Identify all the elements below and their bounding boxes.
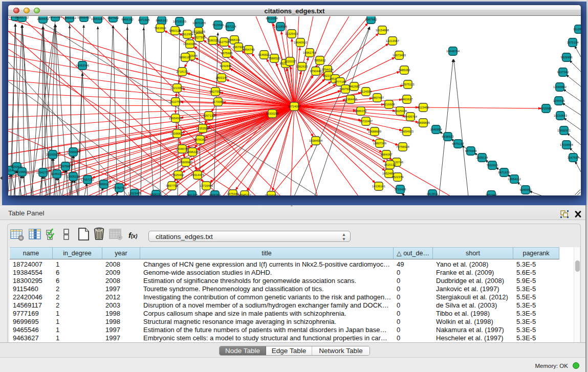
svg-text:9790443: 9790443 — [310, 70, 322, 73]
svg-text:1575104: 1575104 — [567, 41, 579, 44]
svg-text:18724007: 18724007 — [288, 105, 301, 108]
svg-text:19654923: 19654923 — [400, 130, 414, 133]
svg-text:8938923: 8938923 — [442, 135, 454, 138]
svg-text:1475447: 1475447 — [227, 192, 239, 195]
svg-text:1167534: 1167534 — [568, 156, 579, 159]
svg-text:10973493: 10973493 — [393, 54, 406, 57]
svg-text:23224222: 23224222 — [265, 194, 278, 195]
svg-text:12923468: 12923468 — [128, 192, 142, 195]
svg-text:16648784: 16648784 — [446, 50, 460, 53]
svg-text:15720407: 15720407 — [359, 120, 373, 123]
svg-text:2803144: 2803144 — [216, 76, 228, 79]
svg-text:1170064: 1170064 — [212, 100, 224, 103]
svg-text:9794024: 9794024 — [322, 68, 334, 71]
svg-text:7462662: 7462662 — [349, 85, 360, 88]
svg-text:7515546: 7515546 — [212, 24, 225, 27]
svg-text:9245652: 9245652 — [520, 188, 532, 191]
svg-text:14136141: 14136141 — [372, 185, 385, 188]
svg-text:70756928: 70756928 — [396, 145, 410, 148]
svg-text:6466160: 6466160 — [156, 19, 168, 22]
svg-text:14495764: 14495764 — [404, 115, 418, 118]
svg-text:7632621: 7632621 — [487, 164, 498, 167]
svg-text:16961758: 16961758 — [303, 51, 317, 54]
svg-text:7485063: 7485063 — [399, 69, 411, 72]
svg-text:10210643: 10210643 — [554, 114, 568, 117]
svg-text:9896161: 9896161 — [180, 56, 191, 59]
svg-text:18807249: 18807249 — [373, 142, 386, 145]
svg-text:1527602: 1527602 — [107, 16, 119, 19]
svg-text:1461325: 1461325 — [186, 193, 199, 195]
svg-text:16909949: 16909949 — [179, 161, 192, 164]
svg-text:19384554: 19384554 — [309, 139, 323, 142]
svg-text:16782759: 16782759 — [113, 186, 126, 189]
svg-text:20200526: 20200526 — [46, 153, 60, 156]
svg-text:3186323: 3186323 — [207, 39, 220, 42]
svg-text:10645212: 10645212 — [238, 193, 251, 195]
svg-text:8813054: 8813054 — [266, 17, 278, 20]
svg-text:8215958: 8215958 — [540, 107, 553, 110]
svg-text:21364436: 21364436 — [344, 98, 358, 101]
svg-text:1413611: 1413611 — [427, 192, 439, 195]
svg-text:17957252: 17957252 — [81, 178, 94, 181]
svg-text:10653287: 10653287 — [91, 17, 104, 20]
svg-text:13716485: 13716485 — [200, 184, 213, 187]
svg-text:9227342: 9227342 — [557, 71, 569, 74]
svg-text:2935114: 2935114 — [476, 156, 488, 159]
svg-text:1610757: 1610757 — [170, 100, 182, 103]
svg-text:9606363: 9606363 — [209, 193, 222, 195]
svg-text:3875685: 3875685 — [221, 52, 233, 55]
svg-text:1640954: 1640954 — [430, 128, 443, 131]
svg-text:2452442: 2452442 — [486, 193, 497, 195]
svg-text:12156829: 12156829 — [15, 170, 29, 173]
svg-text:10807487: 10807487 — [371, 96, 384, 99]
svg-text:9984067: 9984067 — [381, 153, 393, 156]
svg-text:5878342: 5878342 — [194, 138, 206, 141]
svg-text:3124554: 3124554 — [360, 90, 373, 93]
svg-text:7625402: 7625402 — [172, 173, 184, 177]
svg-text:19166825: 19166825 — [170, 132, 184, 135]
svg-text:6879197: 6879197 — [452, 142, 464, 145]
svg-text:12213967: 12213967 — [386, 39, 399, 42]
svg-text:9860124: 9860124 — [169, 29, 182, 32]
svg-text:4498222: 4498222 — [187, 150, 199, 154]
svg-text:9327503: 9327503 — [194, 36, 206, 39]
svg-text:1733426: 1733426 — [395, 188, 407, 191]
svg-text:8471676: 8471676 — [498, 171, 511, 174]
svg-text:10699695: 10699695 — [417, 121, 430, 124]
svg-text:12213369: 12213369 — [170, 86, 184, 90]
svg-text:2718170: 2718170 — [177, 70, 189, 73]
svg-text:1362615: 1362615 — [296, 65, 309, 68]
svg-text:10671355: 10671355 — [192, 21, 206, 25]
svg-text:9146821: 9146821 — [258, 53, 270, 56]
svg-text:9657791: 9657791 — [166, 184, 178, 187]
svg-text:19218506: 19218506 — [274, 25, 288, 28]
svg-text:9606313: 9606313 — [150, 193, 163, 195]
svg-text:1071915: 1071915 — [138, 18, 150, 21]
svg-text:18300295: 18300295 — [266, 112, 279, 115]
svg-text:26053346: 26053346 — [76, 64, 90, 67]
svg-text:12975115: 12975115 — [401, 83, 415, 86]
svg-text:11325419: 11325419 — [285, 32, 298, 35]
svg-text:12353594: 12353594 — [196, 127, 210, 130]
svg-text:10958117: 10958117 — [97, 183, 111, 186]
svg-text:18640910: 18640910 — [294, 41, 308, 44]
svg-text:10719155: 10719155 — [173, 20, 187, 23]
svg-text:7955812: 7955812 — [314, 59, 326, 62]
svg-text:10688609: 10688609 — [368, 130, 381, 133]
svg-text:12942757: 12942757 — [36, 171, 50, 174]
svg-text:8454749: 8454749 — [243, 48, 255, 51]
svg-text:7663822: 7663822 — [155, 27, 166, 30]
svg-text:9115460: 9115460 — [418, 106, 429, 109]
svg-text:16914479: 16914479 — [191, 173, 204, 177]
svg-text:24055712: 24055712 — [15, 16, 29, 19]
svg-text:2886372: 2886372 — [355, 110, 367, 113]
svg-text:9777169: 9777169 — [335, 80, 346, 83]
svg-text:1145194: 1145194 — [51, 172, 63, 176]
svg-text:12905135: 12905135 — [67, 175, 80, 178]
svg-text:3267130: 3267130 — [203, 114, 215, 117]
svg-text:16543382: 16543382 — [183, 42, 197, 46]
svg-text:9463627: 9463627 — [401, 98, 413, 101]
svg-text:10654112: 10654112 — [508, 178, 521, 181]
svg-text:17016504: 17016504 — [560, 143, 574, 146]
svg-text:12093882: 12093882 — [553, 85, 567, 89]
